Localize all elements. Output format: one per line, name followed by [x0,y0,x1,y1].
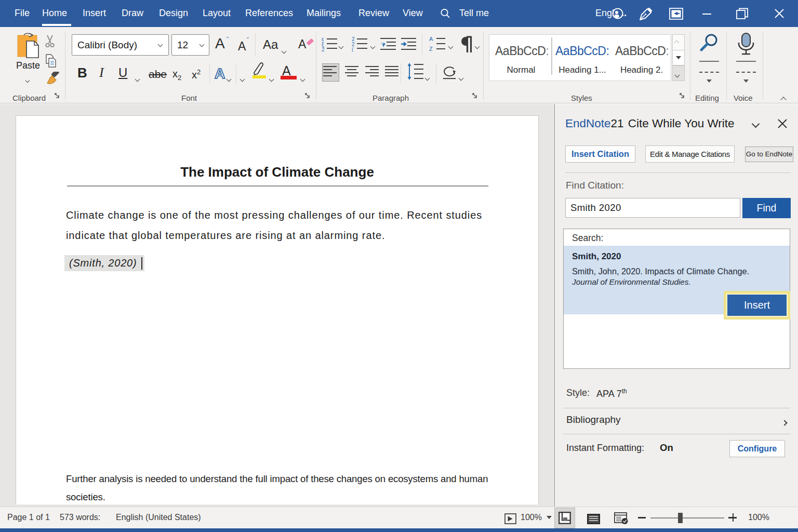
svg-text:Z: Z [429,46,433,52]
svg-text:A: A [215,65,225,82]
svg-text:(: ( [352,47,354,52]
svg-text:2: 2 [322,47,325,52]
svg-text:A: A [429,36,433,42]
